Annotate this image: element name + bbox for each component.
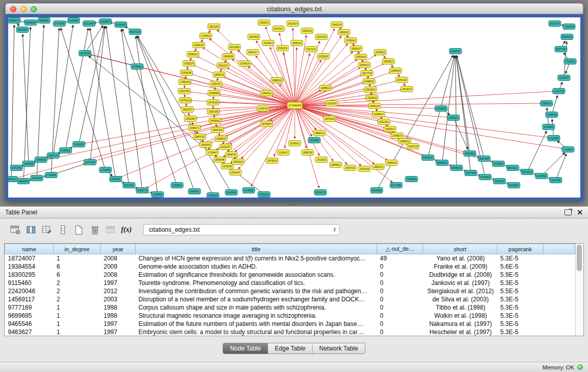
network-node[interactable]: 1045121 (447, 115, 460, 121)
network-node[interactable]: 17144998 (45, 172, 57, 178)
network-node[interactable]: 2058213 (373, 112, 385, 117)
tab-edge-table[interactable]: Edge Table (268, 343, 312, 354)
network-node[interactable]: 9199910 (479, 174, 491, 180)
network-node[interactable]: 1873145 (207, 100, 219, 105)
network-node[interactable]: 1957328 (207, 109, 220, 115)
network-node[interactable]: 1154093 (435, 106, 447, 112)
network-node[interactable]: 9531066 (16, 27, 29, 33)
network-node[interactable]: 7724352 (564, 59, 576, 64)
column-header-name[interactable]: name (5, 244, 54, 254)
network-node[interactable]: 16648794 (449, 49, 462, 54)
network-node[interactable]: 14439774 (136, 188, 148, 193)
network-node[interactable]: 1939815 (363, 79, 375, 84)
network-node[interactable]: 1994310 (385, 160, 398, 166)
network-node[interactable]: 13134690 (542, 124, 555, 130)
network-node[interactable]: 9699695 (38, 18, 50, 24)
column-header-year[interactable]: year (101, 244, 136, 254)
network-node[interactable]: 22555436 (35, 157, 47, 163)
network-node[interactable]: 9527738 (555, 47, 567, 52)
zoom-window-button[interactable] (31, 6, 37, 12)
network-node[interactable]: 2106417 (277, 150, 290, 156)
network-node[interactable]: 10015916 (535, 173, 548, 179)
network-node[interactable]: 1946116 (368, 103, 381, 109)
network-node[interactable]: 1991611 (260, 91, 273, 96)
close-window-button[interactable] (10, 6, 16, 12)
network-node[interactable]: 1933417 (384, 126, 396, 132)
network-node[interactable]: 1764510 (200, 33, 212, 39)
network-node[interactable]: 1935737 (210, 81, 222, 87)
table-mode-icon[interactable] (8, 223, 23, 236)
float-panel-icon[interactable] (564, 209, 572, 215)
network-node[interactable]: 16243250 (110, 177, 122, 182)
network-node[interactable]: 9607918 (478, 156, 490, 162)
network-node[interactable]: 2101019 (325, 101, 338, 106)
network-node[interactable]: 1876815 (260, 121, 273, 127)
network-node[interactable]: 1928019 (389, 68, 402, 74)
network-node[interactable]: 9811912 (507, 165, 519, 171)
network-node[interactable]: 23457174 (47, 153, 59, 159)
network-node[interactable]: 1882213 (372, 164, 384, 170)
network-node[interactable]: 1830417 (350, 46, 362, 52)
network-node[interactable]: 1918224 (183, 61, 195, 67)
network-node[interactable]: 1812206 (228, 45, 241, 50)
network-node[interactable]: 2042815 (374, 50, 386, 55)
network-node[interactable]: 1925310 (258, 20, 270, 26)
table-row[interactable]: 18724007 1 2008 Changes of HCN gene expr… (5, 254, 575, 263)
column-header-out-degree[interactable]: △ out_de… (377, 244, 423, 254)
network-node[interactable]: 1843104 (331, 22, 343, 28)
network-node[interactable]: 9029336 (371, 188, 383, 193)
network-node[interactable]: 1724049 (287, 102, 302, 109)
table-row[interactable]: 22420046 2 2012 Investigating the contri… (5, 287, 575, 295)
network-node[interactable]: 12636298 (99, 167, 112, 173)
network-node[interactable]: 1805116 (291, 40, 303, 46)
network-node[interactable]: 1811310 (378, 119, 390, 125)
network-node[interactable]: 2026611 (289, 141, 301, 146)
network-node[interactable]: 11693086 (225, 190, 237, 195)
network-node[interactable]: 1884912 (330, 162, 342, 168)
network-node[interactable]: 20751950 (10, 165, 23, 171)
network-node[interactable]: 12232952 (548, 136, 560, 141)
table-row[interactable]: 9699695 1 1998 Structural magnetic reson… (5, 312, 575, 320)
network-node[interactable]: 2091447 (229, 170, 242, 176)
table-row[interactable]: 14569117 2 2003 Disruption of a novel me… (5, 295, 575, 303)
network-node[interactable]: 9913914 (521, 169, 533, 175)
network-node[interactable]: 1887319 (193, 134, 206, 140)
network-node[interactable]: 1992442 (200, 142, 212, 148)
table-row[interactable]: 9777169 1 1998 Corpus callosum shape and… (5, 303, 575, 312)
network-node[interactable]: 13496562 (188, 189, 201, 194)
network-node[interactable]: 2083125 (192, 42, 205, 48)
network-node[interactable]: 2048098 (208, 91, 220, 96)
network-node[interactable]: 8626090 (561, 34, 573, 40)
network-node[interactable]: 1899718 (301, 150, 314, 156)
network-node[interactable]: 1874116 (323, 116, 336, 122)
network-node[interactable]: 1802417 (247, 50, 259, 55)
function-icon[interactable]: f(x) (119, 223, 134, 236)
table-scrollbar-thumb[interactable] (577, 245, 582, 271)
network-node[interactable]: 2064611 (358, 62, 371, 68)
network-node[interactable]: 1807815 (248, 34, 260, 40)
network-node[interactable]: 9115460 (68, 18, 80, 24)
rows-icon[interactable] (56, 223, 70, 236)
network-node[interactable]: 1965201 (338, 30, 350, 35)
network-node[interactable]: 1902755 (178, 89, 190, 94)
network-node[interactable]: 2029310 (317, 54, 330, 59)
network-node[interactable]: 10429476 (558, 75, 570, 81)
tab-network-table[interactable]: Network Table (312, 343, 365, 354)
minimize-window-button[interactable] (20, 6, 27, 12)
network-node[interactable]: 18046736 (31, 176, 43, 181)
network-node[interactable]: 1991610 (232, 159, 244, 165)
table-scrollbar[interactable] (575, 244, 583, 336)
network-node[interactable]: 10117918 (550, 178, 562, 183)
network-node[interactable]: 18948474 (17, 179, 30, 184)
network-node[interactable]: 1997019 (344, 165, 356, 171)
network-node[interactable]: 2037417 (272, 26, 285, 32)
window-titlebar[interactable]: citations_edges.txt (5, 3, 583, 14)
table-row[interactable]: 19384554 6 2009 Genome-wide association … (5, 262, 575, 271)
network-node[interactable]: 1810514 (287, 21, 299, 27)
network-canvas[interactable]: 1724049186120417645102083125180601219182… (8, 17, 580, 198)
network-node[interactable]: 9637113 (129, 29, 141, 35)
column-header-in-degree[interactable]: in_degree (54, 244, 101, 254)
network-node[interactable]: 2040116 (396, 77, 408, 83)
table-row[interactable]: 9465546 1 1997 Estimation of the future … (5, 320, 575, 328)
network-node[interactable]: 9301912 (493, 179, 506, 184)
